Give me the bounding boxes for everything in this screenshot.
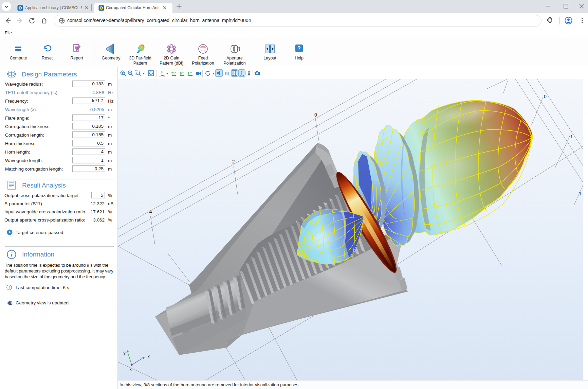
svg-text:-4: -4 (148, 209, 152, 214)
svg-text:1: 1 (579, 191, 582, 196)
svg-text:z: z (148, 353, 150, 358)
svg-text:yz: yz (181, 71, 184, 74)
svg-text:-1: -1 (569, 134, 573, 139)
svg-text:0: 0 (314, 112, 317, 118)
svg-text:i: i (11, 251, 13, 258)
svg-text:y: y (123, 350, 126, 355)
svg-text:xz: xz (189, 71, 192, 74)
svg-text:i: i (9, 286, 10, 289)
svg-text:0: 0 (544, 94, 547, 99)
svg-text:-2: -2 (231, 159, 235, 164)
svg-text:x: x (130, 367, 132, 371)
svg-text:?: ? (297, 46, 301, 51)
svg-text:xy: xy (173, 71, 176, 74)
